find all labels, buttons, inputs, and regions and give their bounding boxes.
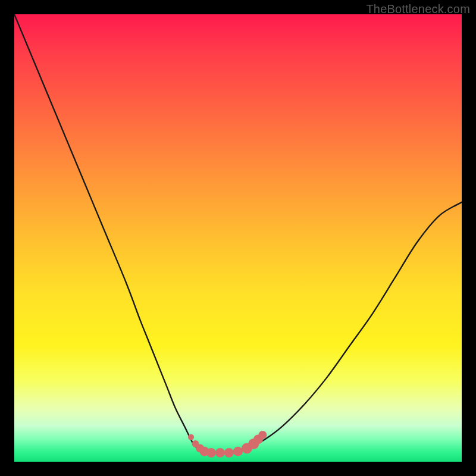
chart-frame bbox=[14, 14, 462, 462]
highlight-point bbox=[206, 448, 216, 458]
bottleneck-curve bbox=[14, 14, 462, 453]
curve-group bbox=[14, 14, 462, 453]
highlight-point bbox=[215, 448, 225, 458]
highlight-point bbox=[224, 448, 234, 458]
watermark-text: TheBottleneck.com bbox=[366, 2, 470, 16]
highlight-point bbox=[258, 431, 267, 439]
chart-svg bbox=[14, 14, 462, 462]
marker-group bbox=[188, 431, 267, 458]
highlight-point bbox=[188, 434, 194, 440]
highlight-point bbox=[233, 447, 243, 456]
